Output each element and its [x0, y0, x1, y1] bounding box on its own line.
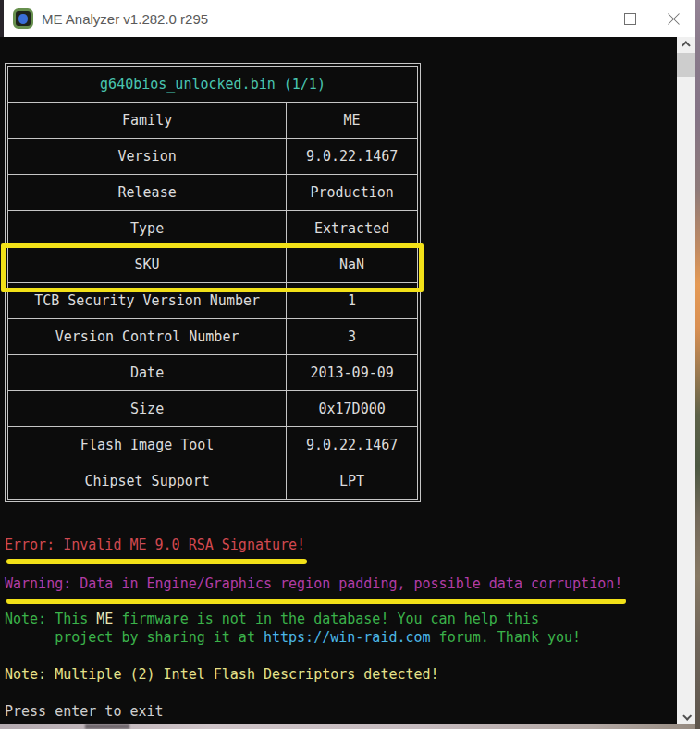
note-me-highlight: ME [96, 611, 113, 627]
row-label: Version [8, 139, 287, 175]
console-output: g640bios_unlocked.bin (1/1) Family ME Ve… [0, 37, 677, 724]
scroll-down-icon [682, 711, 692, 721]
warning-underline-annotation [6, 599, 626, 604]
desktop-background-strip-right [695, 0, 700, 729]
close-icon [667, 12, 681, 26]
row-label: Chipset Support [8, 463, 287, 500]
table-row: Chipset Support LPT [8, 463, 418, 500]
screen: { "window": { "title": "ME Analyzer v1.2… [0, 0, 700, 729]
row-label: Release [8, 175, 287, 211]
table-row: Release Production [8, 175, 418, 211]
error-underline-annotation [6, 559, 307, 564]
row-value: ME [287, 103, 418, 139]
row-label: Type [8, 211, 287, 247]
row-label: Flash Image Tool [8, 427, 287, 463]
scrollbar-thumb[interactable] [677, 53, 695, 77]
note-database-line2: project by sharing it at https://win-rai… [5, 631, 581, 645]
row-value: 2013-09-09 [287, 355, 418, 391]
table-row: Date 2013-09-09 [8, 355, 418, 391]
table-row: Version 9.0.22.1467 [8, 139, 418, 175]
table-row: Family ME [8, 103, 418, 139]
scroll-down-button[interactable] [677, 709, 695, 724]
row-value: 9.0.22.1467 [287, 139, 418, 175]
scroll-up-icon [681, 41, 690, 50]
sku-highlight-annotation [1, 243, 424, 292]
note-text: Note: This [5, 611, 96, 627]
row-value: 0x17D000 [287, 391, 418, 427]
window-title: ME Analyzer v1.282.0 r295 [42, 11, 208, 27]
row-value: 9.0.22.1467 [287, 427, 418, 463]
minimize-button[interactable] [565, 0, 608, 37]
maximize-button[interactable] [608, 0, 652, 37]
table-row: Flash Image Tool 9.0.22.1467 [8, 427, 418, 463]
row-label: Version Control Number [8, 319, 287, 355]
note-text: firmware is not in the database! You can… [113, 611, 539, 627]
minimize-icon [581, 19, 593, 19]
window-controls [565, 0, 695, 37]
note-text: forum. Thank you! [431, 629, 582, 646]
app-chip-icon [13, 8, 33, 29]
close-button[interactable] [652, 0, 695, 37]
scroll-up-button[interactable] [677, 37, 695, 53]
row-label: Size [8, 391, 287, 427]
exit-prompt: Press enter to exit [5, 705, 164, 719]
note-text: project by sharing it at [5, 629, 264, 646]
desktop-shortcut-label-fragment [85, 724, 129, 729]
warning-message: Warning: Data in Engine/Graphics region … [5, 577, 622, 591]
row-label: Family [8, 103, 287, 139]
row-value: LPT [287, 463, 418, 500]
title-bar: ME Analyzer v1.282.0 r295 [4, 0, 695, 37]
desktop-background-strip-bottom [0, 724, 695, 729]
error-message: Error: Invalid ME 9.0 RSA Signature! [5, 538, 305, 552]
row-value: Production [287, 175, 418, 211]
table-row: Type Extracted [8, 211, 418, 247]
note-database-line1: Note: This ME firmware is not in the dat… [5, 612, 539, 626]
maximize-icon [624, 13, 636, 25]
row-value: Extracted [287, 211, 418, 247]
row-value: 3 [287, 319, 418, 355]
file-name-header: g640bios_unlocked.bin (1/1) [8, 67, 418, 103]
row-label: Date [8, 355, 287, 391]
scrollbar-track[interactable] [677, 37, 695, 724]
table-header-row: g640bios_unlocked.bin (1/1) [8, 67, 418, 103]
table-row: Version Control Number 3 [8, 319, 418, 355]
forum-url-text: https://win-raid.com [264, 629, 431, 646]
note-flash-descriptors: Note: Multiple (2) Intel Flash Descripto… [5, 668, 439, 682]
table-row: Size 0x17D000 [8, 391, 418, 427]
